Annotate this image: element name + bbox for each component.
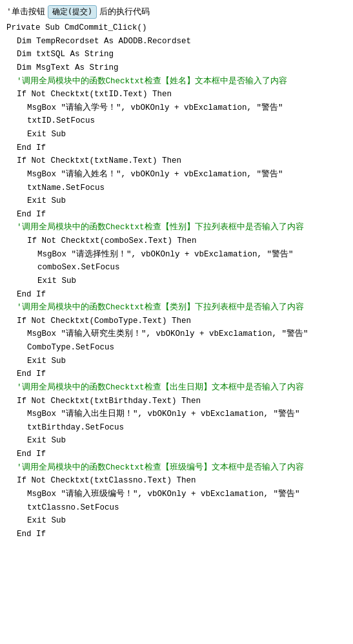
code-container: Private Sub CmdCommit_Click()Dim TempRec… [6, 21, 347, 541]
code-line: If Not Checktxt(txtName.Text) Then [6, 154, 347, 168]
code-line: Dim txtSQL As String [6, 48, 347, 61]
code-line: Dim TempRecordset As ADODB.Recordset [6, 35, 347, 48]
code-line: '调用全局模块中的函数Checktxt检查【班级编号】文本框中是否输入了内容 [6, 461, 347, 475]
code-line: Exit Sub [6, 128, 347, 141]
code-line: If Not Checktxt(txtClassno.Text) Then [6, 474, 347, 488]
code-line: Dim MsgText As String [6, 61, 347, 75]
code-line: If Not Checktxt(ComboType.Text) Then [6, 315, 347, 328]
code-line: txtID.SetFocus [6, 114, 347, 128]
code-line: End If [6, 288, 347, 302]
code-line: '调用全局模块中的函数Checktxt检查【性别】下拉列表框中是否输入了内容 [6, 221, 347, 234]
code-line: End If [6, 368, 347, 381]
code-line: '调用全局模块中的函数Checktxt检查【姓名】文本框中是否输入了内容 [6, 75, 347, 88]
code-line: End If [6, 208, 347, 222]
code-line: Exit Sub [6, 275, 347, 288]
header-line: '单击按钮 确定(提交) 后的执行代码 [6, 5, 347, 19]
code-line: Private Sub CmdCommit_Click() [6, 21, 347, 35]
code-line: Exit Sub [6, 355, 347, 368]
code-line: If Not Checktxt(comboSex.Text) Then [6, 234, 347, 248]
code-line: txtBirthday.SetFocus [6, 421, 347, 435]
code-line: Exit Sub [6, 434, 347, 448]
code-line: txtName.SetFocus [6, 182, 347, 195]
code-line: MsgBox "请输入班级编号！", vbOKOnly + vbExclamat… [6, 488, 347, 501]
code-line: ComboType.SetFocus [6, 341, 347, 355]
code-line: MsgBox "请输入姓名！", vbOKOnly + vbExclamatio… [6, 168, 347, 182]
confirm-button[interactable]: 确定(提交) [48, 5, 97, 19]
code-line: MsgBox "请输入出生日期！", vbOKOnly + vbExclamat… [6, 408, 347, 421]
code-line: txtClassno.SetFocus [6, 501, 347, 515]
code-line: MsgBox "请输入研究生类别！", vbOKOnly + vbExclama… [6, 327, 347, 341]
code-line: Exit Sub [6, 194, 347, 208]
code-line: End If [6, 448, 347, 461]
code-line: MsgBox "请输入学号！", vbOKOnly + vbExclamatio… [6, 101, 347, 115]
code-line: If Not Checktxt(txtBirthday.Text) Then [6, 395, 347, 408]
header-suffix: 后的执行代码 [99, 5, 150, 19]
code-line: '调用全局模块中的函数Checktxt检查【类别】下拉列表框中是否输入了内容 [6, 301, 347, 315]
code-line: MsgBox "请选择性别！", vbOKOnly + vbExclamatio… [6, 248, 347, 262]
code-line: If Not Checktxt(txtID.Text) Then [6, 88, 347, 101]
code-line: '调用全局模块中的函数Checktxt检查【出生日期】文本框中是否输入了内容 [6, 381, 347, 395]
code-line: End If [6, 141, 347, 155]
code-line: comboSex.SetFocus [6, 261, 347, 275]
code-line: End If [6, 528, 347, 541]
header-prefix: '单击按钮 [6, 5, 45, 19]
code-line: Exit Sub [6, 514, 347, 528]
